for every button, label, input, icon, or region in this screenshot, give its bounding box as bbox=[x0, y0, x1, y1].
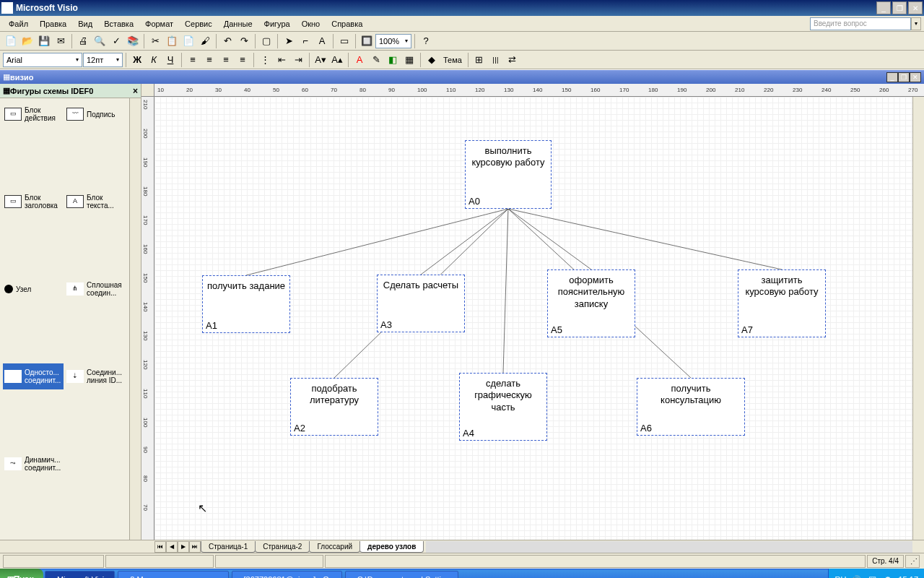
zoom-combo[interactable]: 100%▾ bbox=[375, 34, 411, 48]
diagram-box[interactable]: получить консультациюA6 bbox=[637, 378, 745, 436]
minimize-button[interactable]: _ bbox=[876, 1, 891, 14]
align-shapes-button[interactable]: ⊞ bbox=[471, 52, 487, 68]
page-tab[interactable]: Страница-2 bbox=[255, 541, 310, 553]
line-color-button[interactable]: ✎ bbox=[368, 52, 384, 68]
tray-icon[interactable]: ⚙ bbox=[882, 574, 894, 578]
shapes-close-button[interactable]: × bbox=[133, 86, 138, 96]
help-button[interactable]: ? bbox=[418, 33, 434, 49]
menu-file[interactable]: Файл bbox=[3, 18, 34, 30]
diagram-box[interactable]: выполнить курсовую работуA0 bbox=[465, 140, 552, 209]
diagram-box[interactable]: сделать графическую частьA4 bbox=[459, 373, 547, 441]
shape-item[interactable]: →Односто... соединит... bbox=[3, 363, 64, 389]
bold-button[interactable]: Ж bbox=[129, 52, 145, 68]
copy-button[interactable]: 📋 bbox=[164, 33, 180, 49]
close-button[interactable]: ✕ bbox=[908, 1, 923, 14]
new-button[interactable]: 📄 bbox=[3, 33, 19, 49]
shape-item[interactable]: Узел bbox=[3, 276, 64, 302]
shape-item[interactable]: 〰Подпись bbox=[65, 101, 126, 127]
tray-lang-icon[interactable]: RU bbox=[834, 574, 846, 578]
connector-tool[interactable]: ⌐ bbox=[297, 33, 313, 49]
shape-item[interactable]: AБлок текста... bbox=[65, 189, 126, 215]
increase-indent-button[interactable]: ⇥ bbox=[290, 52, 306, 68]
fill-color-button[interactable]: ◧ bbox=[385, 52, 401, 68]
page-tab[interactable]: дерево узлов bbox=[359, 541, 424, 553]
align-justify-button[interactable]: ≡ bbox=[235, 52, 250, 68]
cut-button[interactable]: ✂ bbox=[147, 33, 163, 49]
taskbar-button[interactable]: ▫Microsoft Visio bbox=[45, 571, 115, 578]
zoom-fit-button[interactable]: 🔲 bbox=[359, 33, 375, 49]
page-tab[interactable]: Страница-1 bbox=[201, 541, 256, 553]
restore-button[interactable]: ❐ bbox=[892, 1, 907, 14]
pointer-tool[interactable]: ➤ bbox=[281, 33, 297, 49]
connect-shapes-button[interactable]: ⇄ bbox=[505, 52, 520, 68]
spellcheck-button[interactable]: ✓ bbox=[108, 33, 124, 49]
format-painter-button[interactable]: 🖌 bbox=[197, 33, 213, 49]
open-button[interactable]: 📂 bbox=[19, 33, 35, 49]
menu-insert[interactable]: Вставка bbox=[98, 18, 139, 30]
shapes-scrollbar[interactable] bbox=[129, 98, 141, 540]
align-left-button[interactable]: ≡ bbox=[185, 52, 201, 68]
doc-minimize-button[interactable]: _ bbox=[886, 72, 898, 82]
menu-help[interactable]: Справка bbox=[326, 18, 368, 30]
align-right-button[interactable]: ≡ bbox=[218, 52, 234, 68]
font-combo[interactable]: Arial▾ bbox=[3, 53, 82, 67]
ask-question-box[interactable]: Введите вопрос bbox=[810, 17, 911, 30]
drawing-canvas[interactable]: ↖ выполнить курсовую работуA0получить за… bbox=[154, 97, 924, 540]
doc-close-button[interactable]: ✕ bbox=[910, 72, 921, 82]
tab-last-button[interactable]: ⏭ bbox=[189, 541, 201, 553]
menu-window[interactable]: Окно bbox=[296, 18, 326, 30]
menu-format[interactable]: Формат bbox=[139, 18, 179, 30]
align-center-button[interactable]: ≡ bbox=[201, 52, 217, 68]
taskbar-button[interactable]: ▫2 Методика выполнени... bbox=[118, 571, 228, 578]
decrease-indent-button[interactable]: ⇤ bbox=[274, 52, 289, 68]
menu-shape[interactable]: Фигура bbox=[258, 18, 296, 30]
underline-button[interactable]: Ч bbox=[162, 52, 178, 68]
distribute-button[interactable]: ⫼ bbox=[488, 52, 504, 68]
tray-icon[interactable]: 🔊 bbox=[850, 574, 862, 578]
undo-button[interactable]: ↶ bbox=[219, 33, 235, 49]
menu-tools[interactable]: Сервис bbox=[179, 18, 218, 30]
diagram-box[interactable]: подобрать литературуA2 bbox=[290, 378, 378, 436]
shape-item[interactable]: ⤳Динамич... соединит... bbox=[3, 451, 64, 477]
shape-item[interactable]: ▭Блок действия bbox=[3, 101, 64, 127]
mail-button[interactable]: ✉ bbox=[53, 33, 69, 49]
start-button[interactable]: ⊞ Пуск bbox=[0, 569, 43, 578]
redo-button[interactable]: ↷ bbox=[236, 33, 252, 49]
diagram-box[interactable]: защитить курсовую работуA7 bbox=[738, 269, 826, 337]
menu-view[interactable]: Вид bbox=[72, 18, 98, 30]
menu-data[interactable]: Данные bbox=[218, 18, 258, 30]
rectangle-tool[interactable]: ▭ bbox=[336, 33, 352, 49]
print-button[interactable]: 🖨 bbox=[75, 33, 91, 49]
doc-restore-button[interactable]: ❐ bbox=[898, 72, 910, 82]
menu-edit[interactable]: Правка bbox=[34, 18, 72, 30]
horizontal-scrollbar[interactable] bbox=[426, 541, 912, 553]
diagram-box[interactable]: Сделать расчетыA3 bbox=[377, 275, 465, 332]
text-tool[interactable]: A bbox=[314, 33, 330, 49]
tab-first-button[interactable]: ⏮ bbox=[154, 541, 166, 553]
font-size-combo[interactable]: 12пт▾ bbox=[83, 53, 123, 67]
shape-item[interactable]: ⋔Сплошная соедин... bbox=[65, 276, 126, 302]
font-color-button[interactable]: A bbox=[352, 52, 367, 68]
bullets-button[interactable]: ⋮ bbox=[257, 52, 273, 68]
increase-font-button[interactable]: A▴ bbox=[329, 52, 345, 68]
page-tab[interactable]: Глоссарий bbox=[309, 541, 360, 553]
taskbar-button[interactable]: ▫[367722681@qip.ru] - Q... bbox=[232, 571, 342, 578]
shape-item[interactable]: ⇣Соедини... линия ID... bbox=[65, 363, 126, 389]
research-button[interactable]: 📚 bbox=[125, 33, 141, 49]
vertical-scrollbar[interactable] bbox=[912, 97, 924, 540]
decrease-font-button[interactable]: A▾ bbox=[313, 52, 328, 68]
italic-button[interactable]: К bbox=[146, 52, 162, 68]
tray-icon[interactable]: 🛡 bbox=[866, 574, 878, 578]
ask-dropdown[interactable]: ▾ bbox=[911, 17, 921, 30]
shapes-button[interactable]: ▢ bbox=[258, 33, 274, 49]
tab-prev-button[interactable]: ◀ bbox=[166, 541, 178, 553]
diagram-box[interactable]: оформить пояснительную запискуA5 bbox=[547, 269, 635, 337]
theme-icon[interactable]: ◆ bbox=[424, 52, 440, 68]
tab-next-button[interactable]: ▶ bbox=[178, 541, 189, 553]
taskbar-button[interactable]: ▫C:\Documents and Settin... bbox=[345, 571, 458, 578]
shape-item[interactable]: ▭Блок заголовка bbox=[3, 189, 64, 215]
paste-button[interactable]: 📄 bbox=[180, 33, 196, 49]
print-preview-button[interactable]: 🔍 bbox=[92, 33, 108, 49]
save-button[interactable]: 💾 bbox=[36, 33, 52, 49]
shadow-button[interactable]: ▦ bbox=[401, 52, 417, 68]
